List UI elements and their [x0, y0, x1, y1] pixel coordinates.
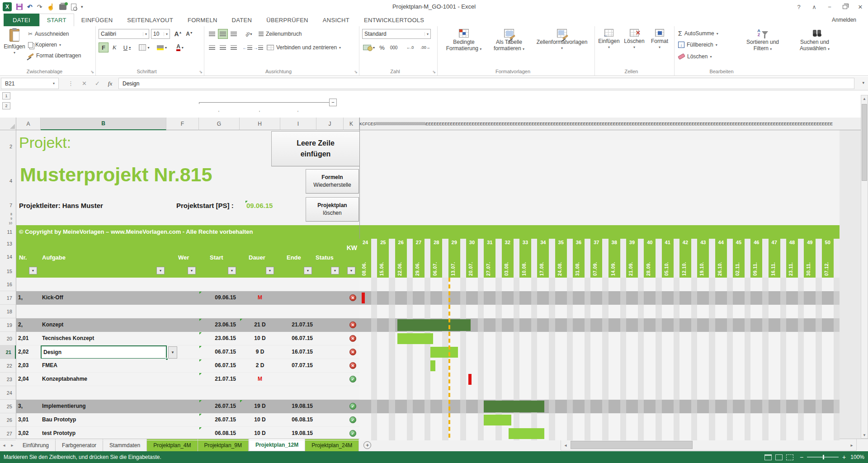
column-header-a[interactable]: A — [16, 118, 41, 130]
filter-dropdown-button[interactable]: ▼ — [156, 267, 165, 274]
increase-indent-button[interactable]: → — [253, 43, 263, 52]
cut-button[interactable]: ✂Ausschneiden — [28, 31, 69, 37]
help-button[interactable]: ? — [791, 0, 807, 14]
sign-in-link[interactable]: Anmelden — [832, 17, 856, 23]
column-header-g[interactable]: G — [199, 118, 240, 130]
ribbon-tab-datei[interactable]: DATEI — [4, 14, 39, 26]
ribbon-tab-daten[interactable]: DATEN — [225, 14, 259, 26]
increase-decimal-button[interactable]: ←.0 — [403, 43, 417, 52]
delete-plan-button[interactable]: Projektplanlöschen — [306, 197, 359, 222]
dialog-launcher-icon[interactable]: ⇘ — [90, 70, 94, 74]
close-button[interactable]: ✕ — [853, 0, 868, 14]
row-header-20[interactable]: 20 — [0, 332, 16, 345]
cell-nr[interactable]: 1, — [18, 294, 23, 301]
confirm-entry-icon[interactable]: ✓ — [95, 80, 100, 87]
cell-start[interactable]: 23.06.15 — [199, 321, 236, 328]
sheet-tab-projektplan_4m[interactable]: Projektplan_4M — [147, 439, 198, 451]
filter-dropdown-button[interactable]: ▼ — [228, 267, 236, 274]
excel-logo-icon[interactable]: X — [3, 2, 12, 11]
cell-end[interactable]: 06.08.15 — [271, 416, 313, 423]
cell-end[interactable]: 19.08.15 — [271, 403, 313, 409]
filter-dropdown-button[interactable]: ▼ — [266, 267, 274, 274]
cell-nr[interactable]: 3,02 — [18, 430, 28, 436]
normal-view-button[interactable] — [764, 454, 772, 460]
cell-start[interactable]: 26.07.15 — [199, 403, 236, 409]
summary-row-band[interactable] — [16, 291, 359, 305]
row-header-2[interactable]: 2 — [0, 130, 16, 163]
clear-button[interactable]: Löschen▾ — [678, 53, 712, 60]
grow-font-button[interactable]: A▲ — [173, 29, 184, 39]
row-header-7[interactable]: 7 — [0, 199, 16, 212]
fill-color-button[interactable]: ▾ — [154, 43, 170, 52]
ribbon-tab-start[interactable]: START — [39, 14, 74, 26]
merge-center-button[interactable]: Verbinden und zentrieren▾ — [267, 44, 341, 51]
comma-style-button[interactable]: 000 — [387, 43, 400, 52]
page-break-view-button[interactable] — [786, 454, 793, 460]
select-all-corner[interactable] — [0, 118, 16, 130]
filter-dropdown-button[interactable]: ▼ — [29, 267, 37, 274]
row-header-13[interactable]: 13 — [0, 239, 16, 249]
ribbon-tab-seitenlayout[interactable]: SEITENLAYOUT — [120, 14, 180, 26]
project-start-date[interactable]: 09.06.15 — [246, 202, 273, 209]
cancel-entry-icon[interactable]: ✕ — [82, 80, 87, 87]
ribbon-tab-überprüfen[interactable]: ÜBERPRÜFEN — [259, 14, 316, 26]
font-size-combo[interactable]: 10▾ — [151, 29, 170, 39]
copy-button[interactable]: Kopieren▾ — [28, 42, 61, 48]
cell-task-name[interactable]: Bau Prototyp — [42, 416, 76, 423]
scroll-up-arrow[interactable]: ▲ — [861, 95, 868, 102]
cell-nr[interactable]: 2,04 — [18, 376, 28, 382]
cell-task-name[interactable]: Konzept — [42, 321, 63, 328]
cell-nr[interactable]: 2,01 — [18, 335, 28, 341]
print-preview-icon[interactable] — [71, 4, 76, 10]
delete-cells-button[interactable]: ✕ Löschen ▾ — [622, 29, 646, 51]
expand-formula-bar-icon[interactable]: ▾ — [862, 80, 864, 85]
filter-dropdown-button[interactable]: ▼ — [347, 267, 355, 274]
quick-print-icon[interactable] — [59, 4, 66, 10]
insert-empty-row-button[interactable]: Leere Zeileeinfügen — [271, 131, 360, 166]
cell-nr[interactable]: 2,03 — [18, 362, 28, 369]
zoom-out-button[interactable]: − — [800, 454, 803, 461]
cell-end[interactable]: 21.07.15 — [271, 321, 313, 328]
column-header-f[interactable]: F — [166, 118, 199, 130]
column-header-j[interactable]: J — [316, 118, 344, 130]
save-icon[interactable] — [16, 4, 23, 10]
font-name-combo[interactable]: Calibri▾ — [99, 29, 149, 39]
outline-level-2-button[interactable]: 2 — [2, 102, 10, 109]
row-header-22[interactable]: 22 — [0, 359, 16, 373]
table-row[interactable] — [16, 386, 359, 400]
filter-dropdown-button[interactable]: ▼ — [331, 267, 339, 274]
font-color-button[interactable]: A▾ — [172, 43, 188, 52]
italic-button[interactable]: K — [109, 43, 119, 52]
conditional-formatting-button[interactable]: Bedingte Formatierung ▾ — [442, 29, 486, 52]
tab-scroll-right-icon[interactable]: ▸ — [8, 439, 16, 451]
restore-formulas-button[interactable]: FormelnWiederherstelle — [306, 169, 359, 194]
percent-style-button[interactable]: % — [377, 43, 387, 52]
insert-function-icon[interactable]: fx — [108, 80, 112, 87]
new-sheet-button[interactable]: + — [363, 439, 371, 451]
row-header-27[interactable]: 27 — [0, 427, 16, 440]
row-header-15[interactable]: 15 — [0, 265, 16, 278]
cell-duration[interactable]: M — [240, 294, 280, 301]
row-header-9[interactable]: 9 — [0, 216, 16, 221]
cell-task-name[interactable]: Implementierung — [42, 403, 86, 409]
align-top-button[interactable] — [207, 29, 217, 39]
horizontal-scroll-thumb[interactable] — [571, 441, 693, 449]
cell-start[interactable]: 06.08.15 — [199, 430, 236, 436]
cell-task-name[interactable]: Konzeptabnahme — [42, 376, 87, 382]
row-header-26[interactable]: 26 — [0, 413, 16, 427]
formula-input[interactable]: Design — [118, 78, 854, 89]
cell-start[interactable]: 21.07.15 — [199, 376, 236, 382]
customize-qat-icon[interactable]: ▾ — [81, 5, 83, 9]
sheet-tab-einführung[interactable]: Einführung — [16, 439, 56, 451]
page-layout-view-button[interactable] — [775, 454, 783, 460]
cell-nr[interactable]: 2,02 — [18, 349, 28, 355]
scroll-right-arrow[interactable]: ▸ — [848, 441, 855, 449]
fill-button[interactable]: ↓Füllbereich▾ — [678, 42, 717, 48]
row-header-8[interactable]: 8 — [0, 212, 16, 216]
scroll-left-arrow[interactable]: ◂ — [562, 441, 569, 449]
row-header-16[interactable]: 16 — [0, 278, 16, 291]
dialog-launcher-icon[interactable]: ⇘ — [432, 70, 436, 74]
zoom-in-button[interactable]: + — [842, 454, 846, 461]
column-header-i[interactable]: I — [280, 118, 316, 130]
format-as-table-button[interactable]: Als Tabelle formatieren ▾ — [488, 29, 530, 52]
